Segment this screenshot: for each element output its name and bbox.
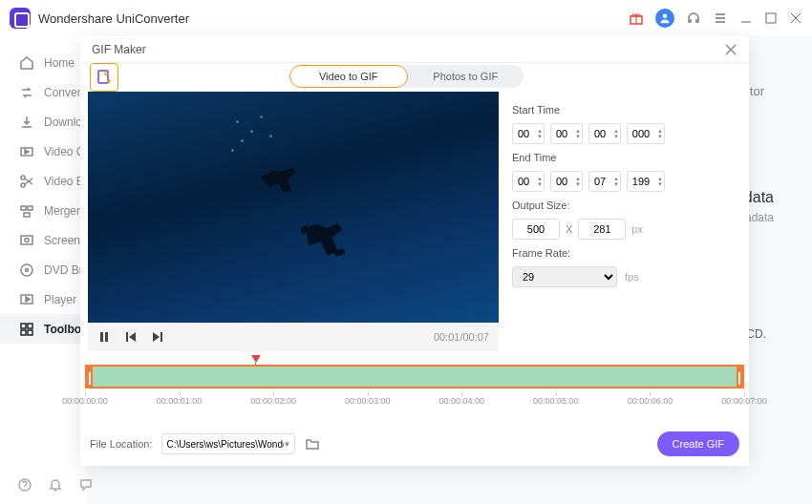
help-icon[interactable] — [17, 477, 32, 496]
size-unit-label: px — [631, 223, 643, 235]
pause-button[interactable] — [97, 330, 111, 344]
sidebar-label: Home — [44, 56, 75, 70]
sidebar-item-player[interactable]: Player — [0, 284, 86, 314]
svg-rect-23 — [160, 332, 162, 342]
backdrop-text: tor — [750, 84, 764, 98]
mode-tabs: Video to GIF Photos to GIF — [289, 65, 524, 88]
feedback-icon[interactable] — [78, 477, 94, 496]
video-preview[interactable] — [88, 92, 499, 323]
close-modal-button[interactable] — [724, 43, 737, 56]
frame-rate-label: Frame Rate: — [512, 247, 741, 259]
svg-point-4 — [21, 176, 25, 179]
svg-rect-20 — [100, 332, 103, 342]
stepper-buttons[interactable]: ▲▼ — [575, 128, 581, 139]
timeline-tick-label: 00:00:05:00 — [533, 396, 579, 406]
app-logo-icon — [10, 8, 31, 29]
download-icon — [19, 115, 34, 130]
title-bar: Wondershare UniConverter — [0, 0, 812, 36]
maximize-button[interactable] — [764, 11, 778, 25]
scissors-icon — [19, 174, 34, 189]
frame-rate-select[interactable]: 29 — [512, 266, 617, 287]
svg-rect-15 — [28, 324, 32, 328]
file-location-select[interactable]: C:\Users\ws\Pictures\Wonders ▼ — [161, 433, 295, 454]
user-avatar-icon[interactable] — [655, 9, 674, 28]
timeline-tick-label: 00:00:03:00 — [345, 396, 391, 406]
bell-icon[interactable] — [48, 477, 63, 496]
gif-maker-modal: GIF Maker Video to GIF Photos to GIF 00:… — [80, 36, 749, 466]
modal-footer: File Location: C:\Users\ws\Pictures\Wond… — [90, 431, 739, 456]
end-time-label: End Time — [512, 152, 741, 163]
output-width-input[interactable] — [512, 219, 560, 240]
file-location-label: File Location: — [90, 438, 152, 450]
compressor-icon — [19, 144, 34, 159]
sidebar-item-dvd[interactable]: DVD Burner — [0, 255, 86, 284]
app-title: Wondershare UniConverter — [38, 11, 189, 26]
sidebar-item-recorder[interactable]: Screen Recorder — [0, 225, 86, 255]
stepper-buttons[interactable]: ▲▼ — [537, 128, 543, 139]
timeline: 00:00:00:0000:00:01:0000:00:02:0000:00:0… — [85, 365, 744, 413]
stepper-buttons[interactable]: ▲▼ — [575, 176, 581, 187]
stepper-buttons[interactable]: ▲▼ — [613, 176, 619, 187]
svg-point-11 — [21, 264, 32, 276]
trim-start-handle[interactable] — [87, 367, 93, 387]
home-icon — [19, 55, 34, 71]
modal-title: GIF Maker — [92, 43, 146, 56]
create-gif-button[interactable]: Create GIF — [657, 431, 739, 456]
svg-point-5 — [21, 183, 25, 187]
stepper-buttons[interactable]: ▲▼ — [537, 176, 543, 187]
size-separator: X — [566, 223, 572, 235]
disc-icon — [19, 262, 34, 278]
sidebar-label: Player — [44, 293, 76, 306]
timeline-tick-label: 00:00:00:00 — [62, 396, 108, 406]
output-size-label: Output Size: — [512, 200, 741, 211]
video-preview-area: 00:01/00:07 — [88, 92, 499, 351]
svg-rect-14 — [21, 324, 26, 328]
output-height-input[interactable] — [578, 219, 626, 240]
timeline-ruler: 00:00:00:0000:00:01:0000:00:02:0000:00:0… — [85, 392, 744, 413]
next-frame-button[interactable] — [151, 330, 164, 344]
stepper-buttons[interactable]: ▲▼ — [657, 128, 663, 139]
toolbox-icon — [19, 322, 34, 337]
sidebar-item-converter[interactable]: Converter — [0, 77, 86, 107]
tab-photos-to-gif[interactable]: Photos to GIF — [408, 65, 524, 88]
start-time-label: Start Time — [512, 104, 741, 116]
open-folder-button[interactable] — [305, 436, 320, 452]
svg-rect-22 — [126, 332, 128, 342]
trim-end-handle[interactable] — [737, 367, 742, 387]
svg-rect-6 — [21, 206, 26, 210]
playhead-icon[interactable] — [251, 355, 261, 363]
add-file-button[interactable] — [90, 63, 118, 92]
prev-frame-button[interactable] — [124, 330, 138, 344]
svg-rect-8 — [24, 213, 30, 217]
recorder-icon — [19, 233, 34, 248]
file-location-path: C:\Users\ws\Pictures\Wonders — [166, 439, 283, 450]
svg-rect-16 — [21, 330, 26, 335]
timeline-tick-label: 00:00:01:00 — [157, 396, 203, 406]
timeline-tick-label: 00:00:02:00 — [250, 396, 296, 406]
status-bar — [17, 477, 94, 496]
play-icon — [19, 292, 34, 307]
playback-time: 00:01/00:07 — [434, 331, 489, 343]
sidebar-item-home[interactable]: Home — [0, 48, 86, 77]
sidebar-item-downloader[interactable]: Downloader — [0, 107, 86, 136]
tab-video-to-gif[interactable]: Video to GIF — [289, 65, 408, 88]
gift-icon[interactable] — [629, 10, 644, 26]
sidebar-item-toolbox[interactable]: Toolbox — [0, 314, 86, 344]
stepper-buttons[interactable]: ▲▼ — [657, 176, 663, 187]
timeline-track[interactable] — [85, 365, 744, 388]
backdrop-cd-text: CD. — [746, 327, 766, 341]
svg-point-1 — [663, 14, 668, 19]
chevron-down-icon: ▼ — [284, 440, 291, 449]
sidebar-item-merger[interactable]: Merger — [0, 196, 86, 225]
close-window-button[interactable] — [789, 11, 802, 25]
timeline-tick-label: 00:00:07:00 — [721, 396, 767, 406]
minimize-button[interactable] — [739, 11, 753, 25]
stepper-buttons[interactable]: ▲▼ — [613, 128, 619, 139]
headset-icon[interactable] — [686, 10, 701, 26]
svg-point-12 — [26, 268, 29, 271]
merger-icon — [19, 203, 34, 219]
sidebar-label: Merger — [44, 204, 80, 218]
sidebar-item-editor[interactable]: Video Editor — [0, 166, 86, 196]
sidebar-item-compressor[interactable]: Video Compressor — [0, 136, 86, 166]
menu-icon[interactable] — [713, 10, 728, 26]
